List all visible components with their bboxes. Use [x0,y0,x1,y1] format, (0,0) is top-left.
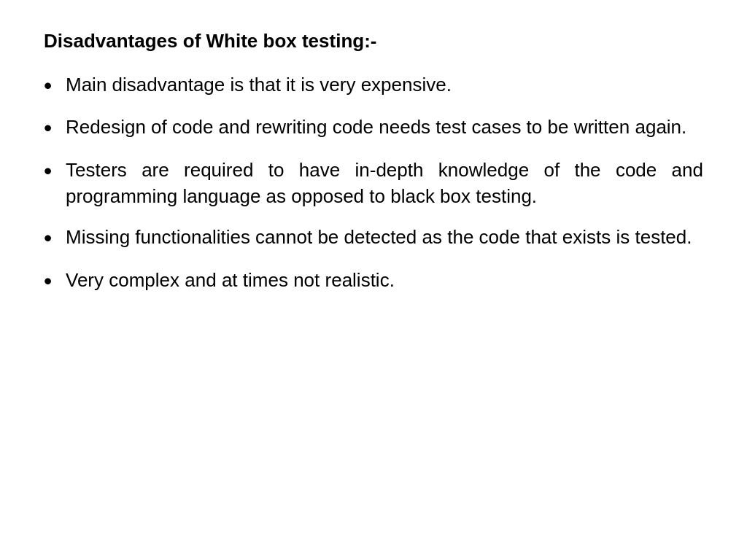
list-item: • Very complex and at times not realisti… [44,267,703,295]
bullet-dot-3: • [44,157,66,184]
bullet-text-4: Missing functionalities cannot be detect… [66,224,703,250]
bullet-text-1: Main disadvantage is that it is very exp… [66,71,703,98]
list-item: • Testers are required to have in-depth … [44,157,703,210]
list-item: • Redesign of code and rewriting code ne… [44,114,703,141]
bullet-dot-1: • [44,71,66,99]
list-item: • Missing functionalities cannot be dete… [44,224,703,252]
bullet-dot-4: • [44,224,66,252]
slide-content: Disadvantages of White box testing:- • M… [0,0,747,560]
list-item: • Main disadvantage is that it is very e… [44,71,703,99]
bullet-list: • Main disadvantage is that it is very e… [44,71,703,309]
bullet-dot-2: • [44,114,66,141]
slide-title: Disadvantages of White box testing:- [44,29,703,54]
bullet-text-5: Very complex and at times not realistic. [66,267,703,293]
bullet-text-2: Redesign of code and rewriting code need… [66,114,703,140]
bullet-text-3: Testers are required to have in-depth kn… [66,157,703,210]
bullet-dot-5: • [44,267,66,295]
